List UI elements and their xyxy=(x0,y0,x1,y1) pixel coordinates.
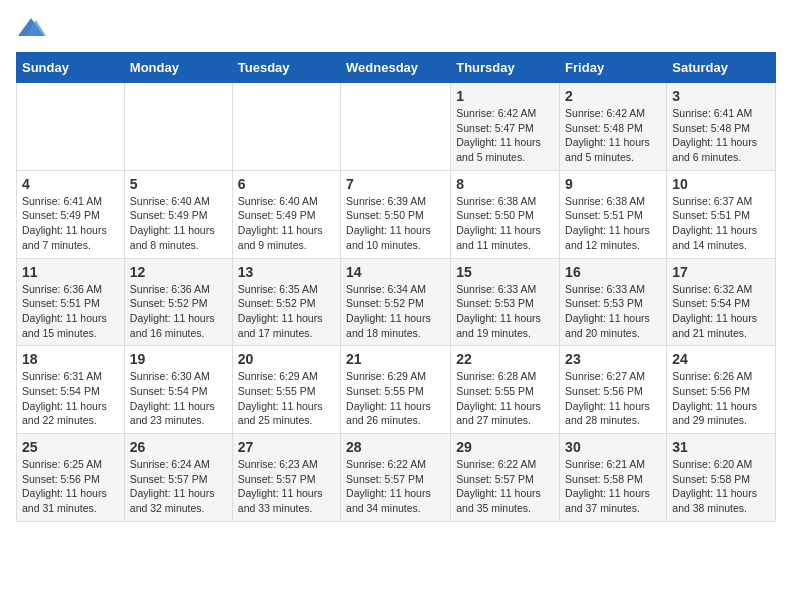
day-number: 23 xyxy=(565,351,661,367)
sunrise-label: Sunrise: 6:41 AM xyxy=(672,107,752,119)
day-info: Sunrise: 6:30 AMSunset: 5:54 PMDaylight:… xyxy=(130,369,227,428)
day-number: 1 xyxy=(456,88,554,104)
daylight-label: Daylight: 11 hours and 26 minutes. xyxy=(346,400,431,427)
day-info: Sunrise: 6:20 AMSunset: 5:58 PMDaylight:… xyxy=(672,457,770,516)
day-number: 12 xyxy=(130,264,227,280)
calendar-cell: 10Sunrise: 6:37 AMSunset: 5:51 PMDayligh… xyxy=(667,170,776,258)
day-number: 14 xyxy=(346,264,445,280)
daylight-label: Daylight: 11 hours and 12 minutes. xyxy=(565,224,650,251)
day-number: 11 xyxy=(22,264,119,280)
week-row-2: 4Sunrise: 6:41 AMSunset: 5:49 PMDaylight… xyxy=(17,170,776,258)
sunrise-label: Sunrise: 6:38 AM xyxy=(565,195,645,207)
sunrise-label: Sunrise: 6:26 AM xyxy=(672,370,752,382)
sunrise-label: Sunrise: 6:39 AM xyxy=(346,195,426,207)
sunset-label: Sunset: 5:56 PM xyxy=(565,385,643,397)
calendar-cell xyxy=(17,83,125,171)
day-number: 29 xyxy=(456,439,554,455)
daylight-label: Daylight: 11 hours and 21 minutes. xyxy=(672,312,757,339)
sunset-label: Sunset: 5:51 PM xyxy=(672,209,750,221)
calendar-body: 1Sunrise: 6:42 AMSunset: 5:47 PMDaylight… xyxy=(17,83,776,522)
calendar-cell: 24Sunrise: 6:26 AMSunset: 5:56 PMDayligh… xyxy=(667,346,776,434)
sunset-label: Sunset: 5:49 PM xyxy=(130,209,208,221)
sunset-label: Sunset: 5:56 PM xyxy=(672,385,750,397)
calendar-cell xyxy=(232,83,340,171)
day-info: Sunrise: 6:34 AMSunset: 5:52 PMDaylight:… xyxy=(346,282,445,341)
sunset-label: Sunset: 5:47 PM xyxy=(456,122,534,134)
calendar-cell: 15Sunrise: 6:33 AMSunset: 5:53 PMDayligh… xyxy=(451,258,560,346)
week-row-5: 25Sunrise: 6:25 AMSunset: 5:56 PMDayligh… xyxy=(17,434,776,522)
daylight-label: Daylight: 11 hours and 17 minutes. xyxy=(238,312,323,339)
sunset-label: Sunset: 5:48 PM xyxy=(565,122,643,134)
day-number: 31 xyxy=(672,439,770,455)
day-number: 2 xyxy=(565,88,661,104)
daylight-label: Daylight: 11 hours and 22 minutes. xyxy=(22,400,107,427)
sunset-label: Sunset: 5:56 PM xyxy=(22,473,100,485)
daylight-label: Daylight: 11 hours and 32 minutes. xyxy=(130,487,215,514)
day-number: 25 xyxy=(22,439,119,455)
calendar-cell: 25Sunrise: 6:25 AMSunset: 5:56 PMDayligh… xyxy=(17,434,125,522)
day-info: Sunrise: 6:29 AMSunset: 5:55 PMDaylight:… xyxy=(346,369,445,428)
sunset-label: Sunset: 5:50 PM xyxy=(346,209,424,221)
day-number: 6 xyxy=(238,176,335,192)
header-day-wednesday: Wednesday xyxy=(341,53,451,83)
calendar-cell: 1Sunrise: 6:42 AMSunset: 5:47 PMDaylight… xyxy=(451,83,560,171)
daylight-label: Daylight: 11 hours and 19 minutes. xyxy=(456,312,541,339)
sunset-label: Sunset: 5:54 PM xyxy=(22,385,100,397)
sunrise-label: Sunrise: 6:40 AM xyxy=(238,195,318,207)
sunset-label: Sunset: 5:52 PM xyxy=(346,297,424,309)
daylight-label: Daylight: 11 hours and 35 minutes. xyxy=(456,487,541,514)
calendar-cell: 27Sunrise: 6:23 AMSunset: 5:57 PMDayligh… xyxy=(232,434,340,522)
sunrise-label: Sunrise: 6:22 AM xyxy=(456,458,536,470)
daylight-label: Daylight: 11 hours and 10 minutes. xyxy=(346,224,431,251)
daylight-label: Daylight: 11 hours and 5 minutes. xyxy=(456,136,541,163)
day-number: 7 xyxy=(346,176,445,192)
day-info: Sunrise: 6:32 AMSunset: 5:54 PMDaylight:… xyxy=(672,282,770,341)
sunset-label: Sunset: 5:53 PM xyxy=(456,297,534,309)
daylight-label: Daylight: 11 hours and 34 minutes. xyxy=(346,487,431,514)
sunset-label: Sunset: 5:57 PM xyxy=(456,473,534,485)
sunset-label: Sunset: 5:55 PM xyxy=(346,385,424,397)
calendar-cell: 19Sunrise: 6:30 AMSunset: 5:54 PMDayligh… xyxy=(124,346,232,434)
day-info: Sunrise: 6:33 AMSunset: 5:53 PMDaylight:… xyxy=(456,282,554,341)
daylight-label: Daylight: 11 hours and 28 minutes. xyxy=(565,400,650,427)
calendar-cell: 28Sunrise: 6:22 AMSunset: 5:57 PMDayligh… xyxy=(341,434,451,522)
day-info: Sunrise: 6:40 AMSunset: 5:49 PMDaylight:… xyxy=(238,194,335,253)
day-number: 3 xyxy=(672,88,770,104)
day-info: Sunrise: 6:25 AMSunset: 5:56 PMDaylight:… xyxy=(22,457,119,516)
week-row-4: 18Sunrise: 6:31 AMSunset: 5:54 PMDayligh… xyxy=(17,346,776,434)
day-number: 10 xyxy=(672,176,770,192)
calendar-cell: 11Sunrise: 6:36 AMSunset: 5:51 PMDayligh… xyxy=(17,258,125,346)
calendar-cell: 29Sunrise: 6:22 AMSunset: 5:57 PMDayligh… xyxy=(451,434,560,522)
daylight-label: Daylight: 11 hours and 18 minutes. xyxy=(346,312,431,339)
sunset-label: Sunset: 5:55 PM xyxy=(238,385,316,397)
calendar-cell: 13Sunrise: 6:35 AMSunset: 5:52 PMDayligh… xyxy=(232,258,340,346)
header-day-saturday: Saturday xyxy=(667,53,776,83)
calendar-cell: 3Sunrise: 6:41 AMSunset: 5:48 PMDaylight… xyxy=(667,83,776,171)
day-info: Sunrise: 6:38 AMSunset: 5:50 PMDaylight:… xyxy=(456,194,554,253)
daylight-label: Daylight: 11 hours and 9 minutes. xyxy=(238,224,323,251)
sunrise-label: Sunrise: 6:32 AM xyxy=(672,283,752,295)
day-number: 5 xyxy=(130,176,227,192)
daylight-label: Daylight: 11 hours and 20 minutes. xyxy=(565,312,650,339)
daylight-label: Daylight: 11 hours and 7 minutes. xyxy=(22,224,107,251)
week-row-1: 1Sunrise: 6:42 AMSunset: 5:47 PMDaylight… xyxy=(17,83,776,171)
sunrise-label: Sunrise: 6:35 AM xyxy=(238,283,318,295)
day-info: Sunrise: 6:24 AMSunset: 5:57 PMDaylight:… xyxy=(130,457,227,516)
daylight-label: Daylight: 11 hours and 5 minutes. xyxy=(565,136,650,163)
logo-icon xyxy=(16,16,46,40)
daylight-label: Daylight: 11 hours and 33 minutes. xyxy=(238,487,323,514)
daylight-label: Daylight: 11 hours and 23 minutes. xyxy=(130,400,215,427)
calendar-cell: 17Sunrise: 6:32 AMSunset: 5:54 PMDayligh… xyxy=(667,258,776,346)
sunrise-label: Sunrise: 6:24 AM xyxy=(130,458,210,470)
calendar-cell xyxy=(341,83,451,171)
header-day-sunday: Sunday xyxy=(17,53,125,83)
daylight-label: Daylight: 11 hours and 27 minutes. xyxy=(456,400,541,427)
day-info: Sunrise: 6:42 AMSunset: 5:48 PMDaylight:… xyxy=(565,106,661,165)
sunrise-label: Sunrise: 6:30 AM xyxy=(130,370,210,382)
calendar-cell: 21Sunrise: 6:29 AMSunset: 5:55 PMDayligh… xyxy=(341,346,451,434)
day-info: Sunrise: 6:28 AMSunset: 5:55 PMDaylight:… xyxy=(456,369,554,428)
daylight-label: Daylight: 11 hours and 16 minutes. xyxy=(130,312,215,339)
calendar-cell: 2Sunrise: 6:42 AMSunset: 5:48 PMDaylight… xyxy=(560,83,667,171)
sunrise-label: Sunrise: 6:25 AM xyxy=(22,458,102,470)
daylight-label: Daylight: 11 hours and 6 minutes. xyxy=(672,136,757,163)
